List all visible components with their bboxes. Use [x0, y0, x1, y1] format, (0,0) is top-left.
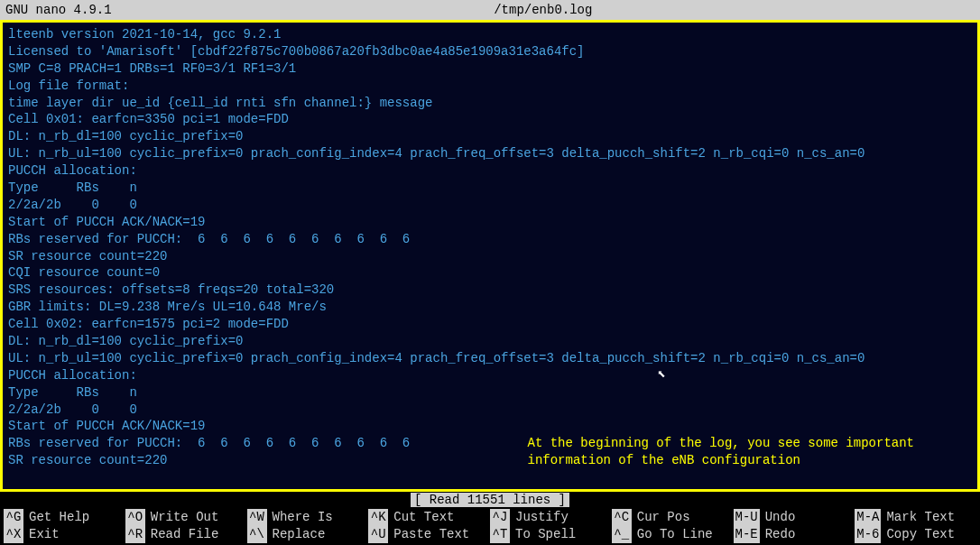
shortcut-label: Replace [273, 526, 326, 543]
shortcut-label: Redo [765, 526, 796, 543]
log-line: Start of PUCCH ACK/NACK=19 [8, 214, 972, 231]
shortcut-label: Write Out [151, 509, 219, 526]
shortcut-item[interactable]: M-AMark Text [855, 509, 976, 526]
log-line: SR resource count=220 [8, 248, 972, 265]
shortcut-key: ^O [125, 509, 145, 526]
log-line: Type RBs n [8, 384, 972, 402]
shortcut-label: Paste Text [393, 526, 469, 543]
shortcut-key: M-6 [855, 526, 881, 543]
shortcut-item[interactable]: ^UPaste Text [368, 526, 490, 543]
shortcut-item[interactable]: ^JJustify [490, 509, 612, 526]
shortcut-label: Mark Text [886, 509, 955, 526]
log-line: SRS resources: offsets=8 freqs=20 total=… [8, 282, 972, 299]
shortcut-label: Cur Pos [637, 509, 690, 526]
shortcut-key: M-U [734, 509, 760, 526]
shortcut-label: Go To Line [637, 526, 713, 543]
log-line: RBs reserved for PUCCH: 6 6 6 6 6 6 6 6 … [8, 231, 972, 248]
shortcut-item[interactable]: ^RRead File [125, 526, 247, 543]
file-path: /tmp/enb0.log [112, 3, 975, 17]
shortcut-label: Undo [765, 509, 796, 526]
log-line: PUCCH allocation: [8, 162, 972, 180]
log-line: DL: n_rb_dl=100 cyclic_prefix=0 [8, 333, 972, 350]
log-line: UL: n_rb_ul=100 cyclic_prefix=0 prach_co… [8, 145, 972, 162]
app-name: GNU nano 4.9.1 [5, 3, 112, 17]
shortcut-item[interactable]: ^CCur Pos [612, 509, 734, 526]
shortcut-key: ^R [125, 526, 145, 543]
shortcut-key: ^_ [612, 526, 632, 543]
log-line: Cell 0x01: earfcn=3350 pci=1 mode=FDD [8, 111, 972, 128]
log-line: GBR limits: DL=9.238 Mre/s UL=10.648 Mre… [8, 299, 972, 316]
shortcut-item[interactable]: ^TTo Spell [490, 526, 612, 543]
shortcut-item[interactable]: ^\Replace [247, 526, 369, 543]
log-line: Licensed to 'Amarisoft' [cbdf22f875c700b… [8, 43, 972, 60]
shortcut-item[interactable]: ^WWhere Is [247, 509, 369, 526]
log-line: time layer dir ue_id {cell_id rnti sfn c… [8, 95, 972, 112]
shortcut-item[interactable]: M-6Copy Text [855, 526, 976, 543]
shortcut-label: Exit [29, 526, 60, 543]
status-line: [ Read 11551 lines ] [0, 492, 980, 509]
annotation-box: At the beginning of the log, you see som… [528, 435, 914, 469]
shortcut-item[interactable]: M-ERedo [734, 526, 855, 543]
shortcut-key: ^J [490, 509, 510, 526]
shortcut-item[interactable]: M-UUndo [734, 509, 855, 526]
log-line: lteenb version 2021-10-14, gcc 9.2.1 [8, 26, 972, 43]
log-line: SMP C=8 PRACH=1 DRBs=1 RF0=3/1 RF1=3/1 [8, 60, 972, 78]
log-line: 2/2a/2b 0 0 [8, 402, 972, 419]
shortcut-key: M-A [855, 509, 881, 526]
log-line: Cell 0x02: earfcn=1575 pci=2 mode=FDD [8, 316, 972, 333]
title-bar: GNU nano 4.9.1 /tmp/enb0.log [0, 0, 980, 20]
shortcut-key: ^T [490, 526, 510, 543]
shortcut-label: To Spell [515, 526, 576, 543]
log-line: CQI resource count=0 [8, 264, 972, 282]
shortcut-label: Read File [151, 526, 219, 543]
log-line: PUCCH allocation: [8, 367, 972, 384]
shortcut-item[interactable]: ^_Go To Line [612, 526, 734, 543]
shortcut-key: ^W [247, 509, 267, 526]
status-text: [ Read 11551 lines ] [411, 493, 569, 507]
shortcut-item[interactable]: ^KCut Text [368, 509, 490, 526]
log-line: UL: n_rb_ul=100 cyclic_prefix=0 prach_co… [8, 350, 972, 367]
shortcut-key: ^C [612, 509, 632, 526]
annotation-line1: At the beginning of the log, you see som… [528, 435, 914, 452]
shortcut-key: ^G [4, 509, 23, 526]
shortcut-key: M-E [734, 526, 760, 543]
log-line: 2/2a/2b 0 0 [8, 197, 972, 214]
shortcut-key: ^X [4, 526, 23, 543]
shortcut-key: ^\ [247, 526, 267, 543]
shortcuts-row-2: ^XExit^RRead File^\Replace^UPaste Text^T… [0, 526, 980, 543]
shortcut-label: Get Help [29, 509, 89, 526]
shortcut-key: ^K [368, 509, 388, 526]
shortcut-key: ^U [368, 526, 388, 543]
annotation-line2: information of the eNB configuration [528, 452, 914, 469]
log-line: Type RBs n [8, 180, 972, 197]
log-line: Start of PUCCH ACK/NACK=19 [8, 418, 972, 435]
shortcut-label: Copy Text [886, 526, 955, 543]
shortcut-item[interactable]: ^OWrite Out [125, 509, 247, 526]
shortcuts-row-1: ^GGet Help^OWrite Out^WWhere Is^KCut Tex… [0, 509, 980, 526]
shortcut-label: Where Is [273, 509, 333, 526]
shortcut-label: Cut Text [393, 509, 454, 526]
editor-content[interactable]: lteenb version 2021-10-14, gcc 9.2.1Lice… [0, 20, 980, 492]
shortcut-label: Justify [515, 509, 569, 526]
shortcut-item[interactable]: ^GGet Help [4, 509, 125, 526]
log-line: DL: n_rb_dl=100 cyclic_prefix=0 [8, 128, 972, 145]
shortcut-item[interactable]: ^XExit [4, 526, 125, 543]
log-line: Log file format: [8, 78, 972, 95]
